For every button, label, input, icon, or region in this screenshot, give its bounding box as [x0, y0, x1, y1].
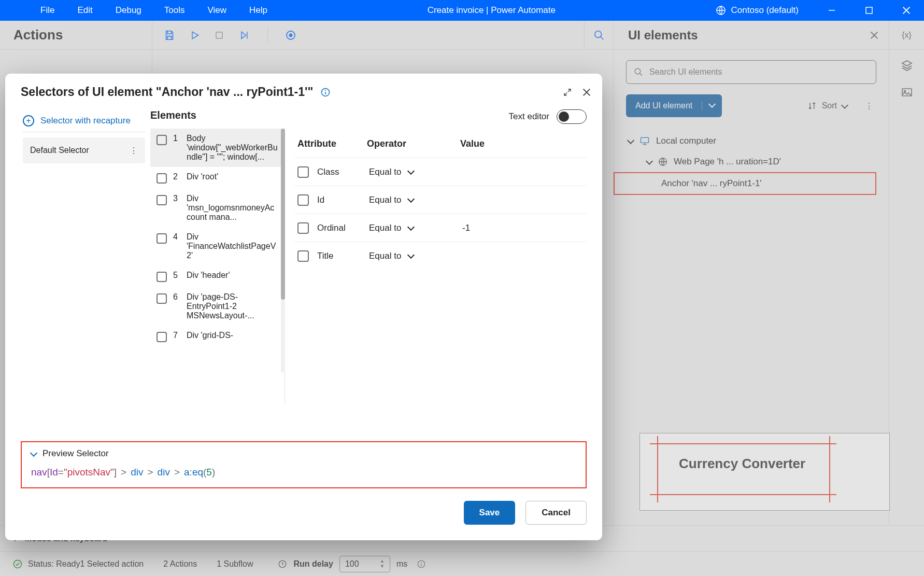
- add-ui-element-dropdown[interactable]: [702, 101, 722, 110]
- plus-icon: +: [23, 115, 34, 127]
- checkbox[interactable]: [157, 195, 167, 205]
- record-icon[interactable]: [286, 30, 296, 40]
- attributes-header: Attribute Operator Value: [294, 134, 587, 158]
- menu-edit[interactable]: Edit: [66, 0, 104, 21]
- monitor-icon: [639, 136, 650, 146]
- window-title: Create invoice | Power Automate: [279, 5, 704, 16]
- attribute-row-title[interactable]: Title Equal to: [294, 242, 587, 270]
- svg-point-9: [635, 68, 641, 74]
- ms-label: ms: [396, 559, 407, 569]
- window-maximize-button[interactable]: [854, 0, 885, 21]
- app-toolbar: Actions UI elements {x}: [0, 21, 924, 50]
- ui-elements-search-input[interactable]: Search UI elements: [626, 60, 876, 84]
- tree-node-anchor-selected[interactable]: Anchor 'nav ... ryPoint1-1': [614, 172, 876, 195]
- attribute-row-ordinal[interactable]: Ordinal Equal to -1: [294, 214, 587, 242]
- menu-help[interactable]: Help: [238, 0, 279, 21]
- checkbox[interactable]: [297, 250, 309, 262]
- svg-point-7: [594, 31, 601, 37]
- checkbox[interactable]: [157, 173, 167, 184]
- ui-element-preview: Currency Converter: [626, 429, 876, 515]
- chevron-down-icon: [627, 136, 634, 144]
- actions-panel-title: Actions: [0, 21, 152, 49]
- chevron-down-icon: [841, 101, 848, 108]
- save-button[interactable]: Save: [464, 501, 516, 525]
- chevron-down-icon[interactable]: [407, 195, 415, 203]
- chevron-down-icon[interactable]: [407, 167, 415, 175]
- clock-icon: [278, 559, 287, 569]
- svg-point-24: [325, 90, 326, 91]
- info-icon[interactable]: [417, 559, 426, 569]
- org-icon: [716, 5, 726, 16]
- attribute-row-id[interactable]: Id Equal to: [294, 186, 587, 214]
- menu-debug[interactable]: Debug: [104, 0, 153, 21]
- spinner-icon: ▲▼: [380, 559, 385, 569]
- element-row-7[interactable]: 7Div 'grid-DS-: [150, 326, 285, 347]
- preview-selector-section: Preview Selector nav[Id="pivotsNav"]>div…: [21, 441, 587, 488]
- text-editor-toggle[interactable]: [557, 109, 587, 124]
- layers-icon[interactable]: [901, 59, 913, 72]
- checkbox[interactable]: [157, 233, 167, 244]
- selector-item-default[interactable]: Default Selector ⋮: [23, 137, 145, 163]
- preview-selector-toggle[interactable]: Preview Selector: [31, 448, 576, 459]
- image-icon[interactable]: [901, 86, 913, 99]
- ui-elements-panel-title: UI elements: [628, 28, 874, 43]
- selectors-dialog: Selectors of UI element "Anchor 'nav ...…: [5, 74, 602, 540]
- tree-node-web-page[interactable]: Web Page 'h ... uration=1D': [626, 151, 876, 172]
- chevron-down-icon: [30, 449, 37, 456]
- close-icon: [902, 6, 911, 15]
- checkbox[interactable]: [297, 222, 309, 234]
- svg-point-6: [289, 33, 293, 37]
- sort-button[interactable]: Sort: [807, 101, 847, 110]
- chevron-down-icon[interactable]: [407, 251, 415, 259]
- window-minimize-button[interactable]: [816, 0, 847, 21]
- svg-point-21: [421, 561, 422, 563]
- sort-icon: [807, 101, 817, 110]
- title-bar: File Edit Debug Tools View Help Create i…: [0, 0, 924, 21]
- chevron-down-icon[interactable]: [407, 223, 415, 231]
- selector-code: nav[Id="pivotsNav"]>div>div>a:eq(5): [31, 466, 576, 478]
- org-selector[interactable]: Contoso (default): [704, 5, 810, 16]
- checkbox[interactable]: [297, 166, 309, 178]
- element-row-2[interactable]: 2Div 'root': [150, 167, 285, 189]
- menu-view[interactable]: View: [196, 0, 238, 21]
- save-icon[interactable]: [164, 30, 175, 41]
- menu-tools[interactable]: Tools: [153, 0, 196, 21]
- window-close-button[interactable]: [891, 0, 922, 21]
- actions-count: 2 Actions: [163, 559, 197, 569]
- more-icon[interactable]: ⋮: [130, 146, 138, 156]
- checkbox[interactable]: [157, 135, 167, 145]
- menu-file[interactable]: File: [29, 0, 66, 21]
- element-row-6[interactable]: 6Div 'page-DS-EntryPoint1-2 MSNewsLayout…: [150, 287, 285, 326]
- search-placeholder: Search UI elements: [649, 67, 722, 77]
- elements-section-title: Elements: [150, 109, 285, 121]
- status-ok-icon: [12, 559, 23, 569]
- attribute-row-class[interactable]: Class Equal to: [294, 158, 587, 186]
- element-row-3[interactable]: 3Div 'msn_logomsnmoneyAccount mana...: [150, 189, 285, 227]
- svg-rect-3: [216, 32, 222, 38]
- checkbox[interactable]: [157, 332, 167, 342]
- checkbox[interactable]: [157, 272, 167, 282]
- checkbox[interactable]: [157, 293, 167, 304]
- selector-with-recapture-button[interactable]: + Selector with recapture: [23, 109, 145, 132]
- add-ui-element-button[interactable]: Add UI element: [626, 94, 722, 117]
- run-delay-input[interactable]: 100 ▲▼: [339, 556, 390, 572]
- element-row-5[interactable]: 5Div 'header': [150, 265, 285, 287]
- org-label: Contoso (default): [731, 5, 799, 16]
- stop-icon[interactable]: [215, 31, 224, 40]
- cancel-button[interactable]: Cancel: [525, 501, 587, 525]
- dialog-title: Selectors of UI element "Anchor 'nav ...…: [21, 85, 313, 99]
- step-icon[interactable]: [238, 30, 250, 40]
- variables-rail-button[interactable]: {x}: [889, 21, 924, 49]
- info-icon[interactable]: [320, 87, 331, 97]
- search-button[interactable]: [584, 21, 613, 50]
- element-row-1[interactable]: 1Body 'window["_webWorkerBundle"] = ""; …: [150, 129, 285, 167]
- svg-rect-11: [641, 137, 649, 143]
- checkbox[interactable]: [297, 194, 309, 206]
- status-bar: Status: Ready 1 Selected action 2 Action…: [0, 551, 924, 576]
- tree-node-local-computer[interactable]: Local computer: [626, 131, 876, 151]
- expand-icon[interactable]: [563, 88, 572, 97]
- more-button[interactable]: ⋮: [862, 101, 876, 111]
- element-row-4[interactable]: 4Div 'FinanceWatchlistPageV2': [150, 227, 285, 265]
- scrollbar[interactable]: [281, 129, 285, 372]
- run-icon[interactable]: [190, 30, 200, 40]
